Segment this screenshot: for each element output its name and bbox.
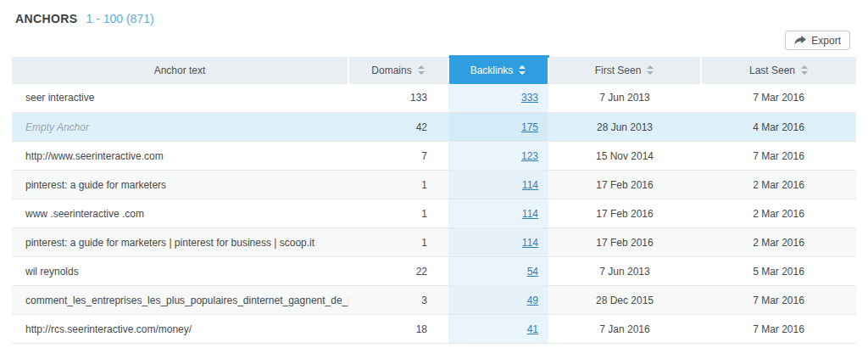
last-seen-cell: 7 Mar 2016	[701, 142, 856, 171]
backlinks-cell: 114	[448, 171, 548, 199]
backlinks-link[interactable]: 114	[522, 208, 538, 220]
table-row: http://rcs.seerinteractive.com/money/184…	[12, 315, 856, 344]
last-seen-cell: 7 Mar 2016	[701, 315, 856, 344]
backlinks-cell: 333	[448, 84, 548, 113]
first-seen-cell: 15 Nov 2014	[548, 142, 701, 171]
backlinks-link[interactable]: 114	[522, 237, 538, 249]
column-header-anchor-text: Anchor text	[12, 57, 348, 84]
backlinks-link[interactable]: 41	[527, 323, 538, 335]
sort-icon	[519, 65, 526, 75]
table-row: comment_les_entreprises_les_plus_populai…	[12, 286, 856, 315]
anchor-text-cell: Empty Anchor	[12, 113, 348, 142]
table-header-row: Anchor text Domains Backlinks First Seen…	[12, 57, 856, 84]
first-seen-cell: 7 Jun 2013	[548, 84, 701, 113]
column-header-first-seen[interactable]: First Seen	[548, 57, 701, 84]
domains-cell: 1	[348, 199, 448, 228]
first-seen-cell: 28 Dec 2015	[548, 286, 701, 315]
last-seen-cell: 7 Mar 2016	[701, 84, 856, 113]
last-seen-cell: 2 Mar 2016	[701, 199, 856, 228]
first-seen-cell: 7 Jan 2016	[548, 315, 701, 344]
first-seen-cell: 7 Jun 2013	[548, 257, 701, 286]
last-seen-cell: 4 Mar 2016	[701, 113, 856, 142]
last-seen-cell: 7 Mar 2016	[701, 286, 856, 315]
backlinks-cell: 49	[448, 286, 548, 315]
backlinks-cell: 114	[448, 199, 548, 228]
column-header-label: Domains	[371, 65, 411, 76]
sort-icon	[647, 65, 654, 75]
first-seen-cell: 17 Feb 2016	[548, 228, 701, 257]
export-button[interactable]: Export	[785, 31, 850, 50]
domains-cell: 3	[348, 286, 448, 315]
first-seen-cell: 17 Feb 2016	[548, 199, 701, 228]
anchor-text-cell: http://rcs.seerinteractive.com/money/	[12, 315, 348, 344]
anchors-report-page: ANCHORS 1 - 100 (871) Export Anchor text	[0, 0, 868, 348]
backlinks-cell: 175	[448, 113, 548, 142]
column-header-last-seen[interactable]: Last Seen	[701, 57, 856, 84]
page-header: ANCHORS 1 - 100 (871)	[15, 12, 154, 25]
anchor-text-cell: comment_les_entreprises_les_plus_populai…	[12, 286, 348, 315]
table-row: www .seerinteractive .com111417 Feb 2016…	[12, 199, 856, 228]
domains-cell: 1	[348, 228, 448, 257]
last-seen-cell: 2 Mar 2016	[701, 228, 856, 257]
domains-cell: 18	[348, 315, 448, 344]
column-header-label: Backlinks	[470, 65, 514, 76]
first-seen-cell: 28 Jun 2013	[548, 113, 701, 142]
page-title: ANCHORS	[15, 12, 78, 25]
table-row: wil reynolds22547 Jun 20135 Mar 2016	[12, 257, 856, 286]
anchor-text-cell: www .seerinteractive .com	[12, 199, 348, 228]
domains-cell: 7	[348, 142, 448, 171]
backlinks-cell: 54	[448, 257, 548, 286]
backlinks-link[interactable]: 123	[521, 150, 538, 162]
backlinks-cell: 114	[448, 228, 548, 257]
column-header-label: First Seen	[595, 65, 642, 76]
table-row: http://www.seerinteractive.com712315 Nov…	[12, 142, 856, 171]
export-button-label: Export	[811, 35, 841, 47]
page-range-count: 1 - 100 (871)	[86, 12, 153, 25]
domains-cell: 133	[348, 84, 448, 113]
backlinks-link[interactable]: 114	[522, 179, 538, 191]
table-row: Empty Anchor4217528 Jun 20134 Mar 2016	[12, 113, 856, 142]
anchor-text-cell: pinterest: a guide for marketers	[12, 171, 348, 199]
table-row: seer interactive1333337 Jun 20137 Mar 20…	[12, 84, 856, 113]
column-header-domains[interactable]: Domains	[348, 57, 448, 84]
backlinks-link[interactable]: 175	[521, 121, 538, 133]
column-header-label: Last Seen	[749, 65, 795, 76]
sort-icon	[801, 65, 809, 75]
backlinks-link[interactable]: 333	[521, 92, 538, 104]
column-header-label: Anchor text	[154, 65, 206, 76]
domains-cell: 42	[348, 113, 448, 142]
table-row: pinterest: a guide for marketers111417 F…	[12, 171, 856, 199]
table-row: pinterest: a guide for marketers | pinte…	[12, 228, 856, 257]
anchors-table: Anchor text Domains Backlinks First Seen…	[12, 55, 856, 344]
last-seen-cell: 5 Mar 2016	[701, 257, 856, 286]
anchor-text-cell: http://www.seerinteractive.com	[12, 142, 348, 171]
table-body: seer interactive1333337 Jun 20137 Mar 20…	[12, 84, 856, 344]
column-header-backlinks[interactable]: Backlinks	[448, 57, 548, 84]
backlinks-link[interactable]: 54	[527, 266, 538, 278]
domains-cell: 1	[348, 171, 448, 199]
first-seen-cell: 17 Feb 2016	[548, 171, 701, 199]
anchor-text-cell: pinterest: a guide for marketers | pinte…	[12, 228, 348, 257]
anchor-text-cell: seer interactive	[12, 84, 348, 113]
last-seen-cell: 2 Mar 2016	[701, 171, 856, 199]
sort-icon	[418, 65, 426, 75]
export-arrow-icon	[794, 36, 806, 45]
domains-cell: 22	[348, 257, 448, 286]
backlinks-cell: 123	[448, 142, 548, 171]
backlinks-cell: 41	[448, 315, 548, 344]
anchor-text-cell: wil reynolds	[12, 257, 348, 286]
backlinks-link[interactable]: 49	[527, 295, 538, 306]
